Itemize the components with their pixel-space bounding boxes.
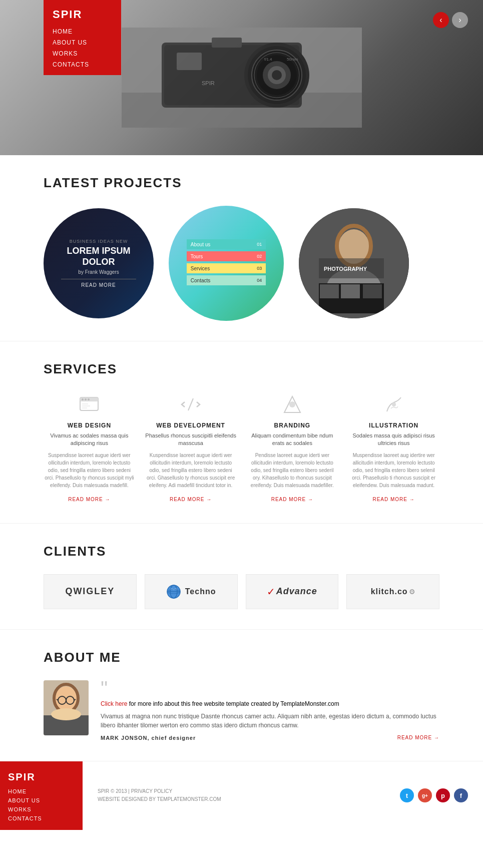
about-click-link[interactable]: Click here	[101, 700, 127, 707]
about-read-more[interactable]: READ MORE →	[397, 735, 439, 740]
about-title: ABOUT ME	[44, 650, 439, 665]
svg-point-37	[289, 401, 295, 407]
services-title: SERVICES	[44, 361, 439, 377]
svg-text:50mm: 50mm	[287, 57, 298, 62]
service-3-read-more[interactable]: READ MORE →	[271, 497, 313, 502]
svg-rect-26	[341, 284, 360, 298]
svg-rect-14	[177, 53, 202, 70]
footer-inner: SPIR HOME ABOUT US WORKS CONTACTS SPIR ©…	[0, 761, 483, 830]
footer-copy-line2: WEBSITE DESIGNED BY TEMPLATEMONSTER.COM	[98, 795, 221, 803]
svg-point-30	[82, 398, 84, 400]
client-klitch: klitch.co ⚙	[346, 574, 439, 609]
svg-text:SPIR: SPIR	[202, 80, 215, 86]
about-footer: MARK JONSON, chief designer READ MORE →	[101, 735, 439, 741]
nav-works[interactable]: WORKS	[44, 48, 121, 59]
service-3-desc: Pendisse laoreet augue iderti wer ollici…	[247, 452, 338, 489]
project-2-overlay: About us 01 Tours 02 Services 03	[169, 206, 284, 321]
footer-nav-contacts[interactable]: CONTACTS	[0, 814, 83, 823]
svg-point-31	[85, 398, 87, 400]
service-1-desc: Suspendisse laoreet augue iderti wer oll…	[44, 452, 135, 489]
footer-nav-box: SPIR HOME ABOUT US WORKS CONTACTS	[0, 761, 83, 830]
client-advance: ✓ Advance	[246, 574, 339, 609]
about-section: ABOUT ME " Click here for more info abou…	[0, 630, 483, 761]
nav-about[interactable]: ABOUT US	[44, 37, 121, 48]
service-4-desc: Muspendisse laoreet aug idertire wer all…	[348, 452, 439, 489]
svg-rect-27	[363, 284, 382, 298]
menu-item-contacts: Contacts 04	[187, 275, 266, 285]
quote-open: "	[101, 680, 439, 696]
footer-nav-about[interactable]: ABOUT US	[0, 796, 83, 805]
client-qwigley: QWIGLEY	[44, 574, 137, 609]
about-click-suffix: for more info about this free website te…	[127, 700, 339, 707]
twitter-icon[interactable]: t	[400, 788, 414, 802]
camera-illustration: SPIR f/1.4 50mm	[122, 28, 362, 128]
svg-point-32	[88, 398, 90, 400]
service-branding: BRANDING Aliquam condimentum bibe ndum e…	[247, 392, 338, 503]
svg-text:PHOTOGRAPHY: PHOTOGRAPHY	[324, 266, 367, 272]
svg-point-48	[51, 708, 81, 720]
svg-point-10	[272, 70, 282, 80]
svg-point-38	[392, 402, 396, 406]
about-content: " Click here for more info about this fr…	[101, 680, 439, 741]
project-item-2[interactable]: About us 01 Tours 02 Services 03	[169, 206, 284, 321]
project-item-1[interactable]: BUSINESS IDEAS NEW LOREM IPSUMDOLOR by F…	[44, 208, 154, 318]
logo: SPIR	[44, 5, 121, 26]
footer-nav-works[interactable]: WORKS	[0, 805, 83, 814]
service-1-read-more[interactable]: READ MORE →	[68, 497, 110, 502]
service-2-desc: Kuspendisse laoreet augue iderti wer oll…	[145, 452, 237, 489]
pinterest-icon[interactable]: p	[436, 788, 450, 802]
about-click-text: Click here for more info about this free…	[101, 699, 439, 709]
service-1-title: WEB DESIGN	[44, 422, 135, 429]
footer-social: t g+ p f	[385, 761, 483, 830]
web-design-icon	[77, 392, 102, 417]
footer-nav-home[interactable]: HOME	[0, 787, 83, 796]
nav-contacts[interactable]: CONTACTS	[44, 59, 121, 70]
clients-section: CLIENTS QWIGLEY Techno ✓ Advance klitch.…	[0, 524, 483, 629]
client-4-logo: klitch.co	[371, 587, 408, 596]
project-2-menu: About us 01 Tours 02 Services 03	[187, 239, 266, 287]
about-body: Vivamus at magna non nunc tristique Dasn…	[101, 712, 439, 730]
svg-text:f/1.4: f/1.4	[264, 57, 272, 62]
service-web-development: WEB DEVELOPMENT Phasellus rhoncus suscip…	[145, 392, 237, 503]
service-3-title: BRANDING	[247, 422, 338, 429]
svg-line-36	[188, 398, 193, 410]
illustration-icon	[381, 392, 406, 417]
service-illustration: ILLUSTRATION Sodales massa quis adipisci…	[348, 392, 439, 503]
footer: SPIR HOME ABOUT US WORKS CONTACTS SPIR ©…	[0, 761, 483, 830]
service-1-tagline: Vivamus ac sodales massa quis adipiscing…	[44, 432, 135, 448]
service-4-read-more[interactable]: READ MORE →	[372, 497, 414, 502]
footer-copyright: SPIR © 2013 | PRIVACY POLICY WEBSITE DES…	[83, 761, 385, 830]
facebook-icon[interactable]: f	[454, 788, 468, 802]
client-2-logo: Techno	[185, 587, 216, 596]
klitch-gear-icon: ⚙	[409, 588, 415, 596]
footer-nav: HOME ABOUT US WORKS CONTACTS	[0, 787, 83, 823]
google-plus-icon[interactable]: g+	[418, 788, 432, 802]
clients-title: CLIENTS	[44, 544, 439, 559]
footer-copy-line1: SPIR © 2013 | PRIVACY POLICY	[98, 787, 221, 795]
about-row: " Click here for more info about this fr…	[44, 680, 439, 741]
services-section: SERVICES WEB DESIGN Vivamus ac sodales m…	[0, 341, 483, 523]
project-item-3[interactable]: PHOTOGRAPHY	[299, 208, 409, 318]
footer-copy-text: SPIR © 2013 | PRIVACY POLICY WEBSITE DES…	[98, 787, 221, 803]
svg-rect-33	[82, 403, 88, 404]
svg-rect-34	[82, 405, 90, 406]
clients-row: QWIGLEY Techno ✓ Advance klitch.co ⚙	[44, 574, 439, 609]
nav-home[interactable]: HOME	[44, 26, 121, 37]
header: SPIR HOME ABOUT US WORKS CONTACTS	[0, 0, 483, 155]
slider-controls: ‹ ›	[433, 12, 468, 28]
slider-prev-button[interactable]: ‹	[433, 12, 449, 28]
projects-row: BUSINESS IDEAS NEW LOREM IPSUMDOLOR by F…	[44, 206, 439, 321]
slider-next-button[interactable]: ›	[452, 12, 468, 28]
avatar-image	[44, 680, 89, 735]
service-web-design: WEB DESIGN Vivamus ac sodales massa quis…	[44, 392, 135, 503]
latest-projects-title: LATEST PROJECTS	[44, 175, 439, 191]
menu-item-services: Services 03	[187, 263, 266, 273]
project-1-author: by Frank Waggers	[78, 269, 119, 275]
project-1-subtitle: BUSINESS IDEAS NEW	[70, 239, 128, 244]
nav-box: SPIR HOME ABOUT US WORKS CONTACTS	[44, 0, 121, 75]
latest-projects-section: LATEST PROJECTS BUSINESS IDEAS NEW LOREM…	[0, 155, 483, 341]
service-2-tagline: Phasellus rhoncus suscipitli eleifends m…	[145, 432, 237, 448]
footer-logo: SPIR	[0, 768, 83, 787]
project-1-read-more: READ MORE	[61, 279, 136, 288]
service-2-read-more[interactable]: READ MORE →	[170, 497, 212, 502]
